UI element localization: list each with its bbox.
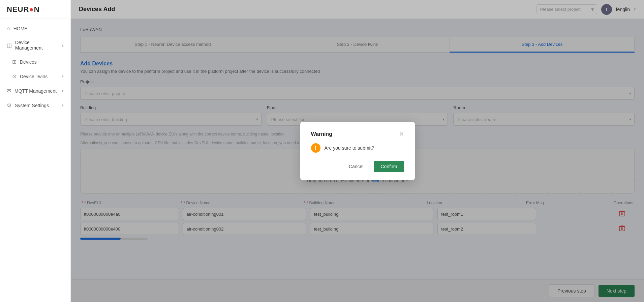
sidebar-item-device-management[interactable]: ◫ Device Management ▴ — [0, 36, 70, 55]
sidebar-item-label: Device Twins — [20, 74, 48, 79]
chevron-up-icon: ▴ — [62, 43, 64, 48]
settings-icon: ⚙ — [7, 102, 11, 109]
sidebar-item-mqtt[interactable]: ✉ MQTT Management ▾ — [0, 84, 70, 98]
modal-footer: Cancel Confirm — [311, 161, 404, 172]
logo-dot: ● — [29, 5, 34, 13]
modal-header: Warning ✕ — [311, 131, 404, 137]
modal-close-button[interactable]: ✕ — [399, 131, 404, 137]
sidebar-nav: ⌂ HOME ◫ Device Management ▴ ⊞ Devices ⊙… — [0, 19, 70, 302]
chevron-down-icon: ▾ — [62, 89, 64, 93]
logo-text: NEUR●N — [7, 5, 40, 14]
sidebar-item-home[interactable]: ⌂ HOME — [0, 22, 70, 36]
logo: NEUR●N — [0, 0, 70, 19]
sidebar-item-label: System Settings — [15, 103, 49, 108]
chevron-down-icon: ▾ — [62, 103, 64, 108]
sidebar-item-label: MQTT Management — [14, 88, 57, 94]
modal-title: Warning — [311, 131, 332, 137]
confirm-button[interactable]: Confirm — [374, 161, 404, 172]
sidebar-item-label: Devices — [20, 59, 37, 65]
sidebar-item-label: HOME — [13, 26, 28, 31]
sidebar-item-device-twins[interactable]: ⊙ Device Twins ▾ — [0, 69, 70, 84]
home-icon: ⌂ — [7, 26, 10, 32]
modal-body: ! Are you sure to submit? — [311, 143, 404, 153]
chevron-down-icon: ▾ — [62, 74, 64, 79]
sidebar-item-devices[interactable]: ⊞ Devices — [0, 55, 70, 69]
modal-message: Are you sure to submit? — [325, 145, 374, 151]
device-twins-icon: ⊙ — [12, 73, 17, 80]
sidebar-item-system-settings[interactable]: ⚙ System Settings ▾ — [0, 98, 70, 113]
warning-modal: Warning ✕ ! Are you sure to submit? Canc… — [300, 122, 415, 180]
cancel-button[interactable]: Cancel — [342, 161, 371, 172]
device-management-icon: ◫ — [7, 42, 12, 49]
warning-icon: ! — [311, 143, 320, 153]
sidebar: NEUR●N ⌂ HOME ◫ Device Management ▴ ⊞ De… — [0, 0, 71, 302]
modal-overlay: Warning ✕ ! Are you sure to submit? Canc… — [71, 0, 644, 302]
mqtt-icon: ✉ — [7, 88, 11, 94]
main-content: Devices Add Please select project f feng… — [71, 0, 644, 302]
devices-icon: ⊞ — [12, 59, 17, 65]
sidebar-item-label: Device Management — [15, 40, 58, 51]
